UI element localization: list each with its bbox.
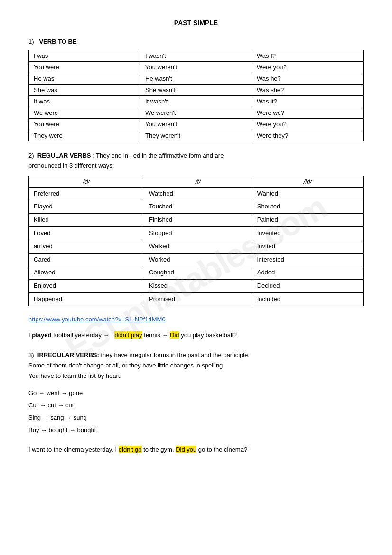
verb-to-be-cell: We weren't [140,107,252,119]
verb-to-be-cell: He wasn't [140,73,252,85]
example3-suffix: go to the cinema? [196,446,247,453]
example2-highlight1: didn't play [114,331,142,339]
section2-intro-text: : They end in –ed in the affirmative for… [91,152,224,159]
irregular-verbs-list: Go → went → goneCut → cut → cutSing → sa… [28,387,364,436]
col-id-header: /id/ [252,176,363,187]
verb-to-be-cell: We were [29,107,140,119]
regular-verb-cell: Decided [252,280,363,293]
irregular-verb-row: Buy → bought → bought [28,424,364,436]
regular-verb-cell: Walked [144,240,252,253]
verb-to-be-cell: You weren't [140,119,252,130]
verb-to-be-cell: Were you? [252,119,364,130]
regular-verb-cell: interested [252,253,363,266]
verb-to-be-cell: Were you? [252,62,364,73]
regular-verb-cell: Cared [29,253,144,266]
verb-to-be-cell: It wasn't [140,96,252,107]
regular-verb-cell: Preferred [29,187,144,200]
section3-intro-text: they have irregular forms in the past an… [99,351,250,358]
regular-verb-cell: arrived [29,240,144,253]
regular-verb-cell: Loved [29,226,144,240]
regular-verb-cell: Wanted [252,187,363,200]
section3-example: I went to the cinema yesterday. I didn't… [28,444,364,455]
verb-to-be-cell: She wasn't [140,85,252,96]
section1: 1) VERB TO BE I wasI wasn'tWas I?You wer… [28,38,364,141]
regular-verb-cell: Promised [144,292,252,306]
irregular-verb-row: Go → went → gone [28,387,364,399]
regular-verb-cell: Played [29,200,144,214]
irregular-verb-row: Sing → sang → sung [28,412,364,424]
regular-verb-cell: Watched [144,187,252,200]
example3-bold: went [32,446,45,453]
section3-line2: Some of them don't change at all, or the… [28,362,224,369]
verb-to-be-cell: Were we? [252,107,364,119]
verb-to-be-cell: You were [29,119,140,130]
regular-verb-cell: Killed [29,214,144,227]
verb-to-be-cell: I wasn't [140,50,252,62]
verb-to-be-cell: He was [29,73,140,85]
verb-to-be-cell: They weren't [140,130,252,141]
section2-example: I played football yesterday → I didn't p… [28,329,364,340]
example3-highlight1: didn't go [119,446,142,453]
regular-verb-cell: Finished [144,214,252,227]
irregular-verb-row: Cut → cut → cut [28,399,364,412]
verb-to-be-cell: It was [29,96,140,107]
verb-to-be-cell: You were [29,62,140,73]
section2-intro: 2) REGULAR VERBS : They end in –ed in th… [28,151,364,171]
example2-middle: football yesterday → I [51,331,114,339]
page-title: PAST SIMPLE [28,19,364,27]
section3-num: 3) [28,351,34,358]
section3-name: IRREGULAR VERBS: [37,351,99,358]
section3-line3: You have to learn the list by heart. [28,372,121,379]
verb-to-be-cell: Were they? [252,130,364,141]
verb-to-be-cell: You weren't [140,62,252,73]
verb-to-be-cell: They were [29,130,140,141]
regular-verb-cell: Invited [252,240,363,253]
youtube-link[interactable]: https://www.youtube.com/watch?v=SL-NPf14… [28,316,364,323]
regular-verb-cell: Coughed [144,266,252,280]
regular-verb-cell: Included [252,292,363,306]
regular-verb-cell: Added [252,266,363,280]
example2-suffix: you play basketball? [179,331,237,339]
regular-verb-cell: Worked [144,253,252,266]
verb-to-be-cell: Was it? [252,96,364,107]
regular-verbs-table: /d/ /t/ /id/ PreferredWatchedWantedPlaye… [28,176,364,306]
section1-num: 1) [28,38,34,45]
example3-highlight2: Did you [176,446,196,453]
section3: 3) IRREGULAR VERBS: they have irregular … [28,350,364,455]
section2: 2) REGULAR VERBS : They end in –ed in th… [28,151,364,340]
example3-middle: to the cinema yesterday. I [45,446,119,453]
col-d-header: /d/ [29,176,144,187]
col-t-header: /t/ [144,176,252,187]
example2-middle2: tennis → [142,331,170,339]
regular-verb-cell: Allowed [29,266,144,280]
regular-verb-cell: Invented [252,226,363,240]
verb-to-be-cell: Was he? [252,73,364,85]
example2-bold: played [32,331,51,339]
verb-to-be-cell: Was she? [252,85,364,96]
example2-highlight2: Did [170,331,179,339]
section2-name: REGULAR VERBS [37,152,91,159]
section2-num: 2) [28,152,34,159]
example3-middle2: to the gym. [142,446,176,453]
regular-verb-cell: Painted [252,214,363,227]
regular-verb-cell: Touched [144,200,252,214]
regular-verb-cell: Enjoyed [29,280,144,293]
verb-to-be-cell: She was [29,85,140,96]
section1-heading: 1) VERB TO BE [28,38,364,45]
verb-to-be-table: I wasI wasn'tWas I?You wereYou weren'tWe… [28,50,364,141]
section2-intro-text2: pronounced in 3 different ways: [28,162,114,169]
section3-intro: 3) IRREGULAR VERBS: they have irregular … [28,350,364,381]
regular-verb-cell: Happened [29,292,144,306]
verb-to-be-cell: I was [29,50,140,62]
verb-to-be-cell: Was I? [252,50,364,62]
section1-name: VERB TO BE [39,38,76,45]
regular-verb-cell: Stopped [144,226,252,240]
regular-verb-cell: Kissed [144,280,252,293]
regular-verb-cell: Shouted [252,200,363,214]
